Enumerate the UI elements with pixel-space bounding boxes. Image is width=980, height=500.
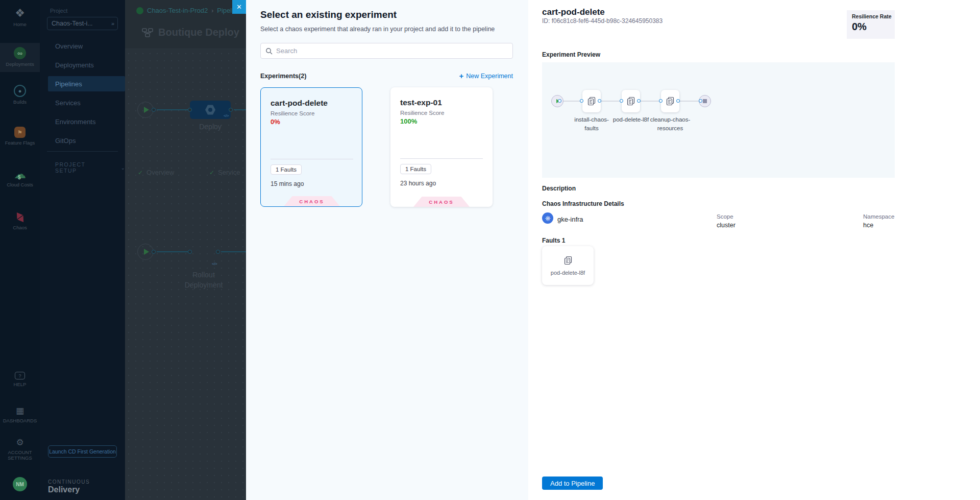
project-nav-panel: Project Chaos-Test-i... » Overview Deplo… bbox=[40, 0, 125, 500]
flow-connector-dot bbox=[558, 99, 561, 103]
namespace-value: hce bbox=[863, 222, 894, 229]
connector-line bbox=[234, 109, 247, 110]
flow-connector-dot bbox=[659, 99, 663, 103]
experiment-details-pane: cart-pod-delete ID: f06c81c8-fef6-445d-b… bbox=[528, 0, 980, 500]
stage-node-deploy[interactable]: </> bbox=[190, 101, 231, 119]
connector-line bbox=[157, 251, 188, 252]
flow-node-label: cleanup-chaos-resources bbox=[647, 115, 693, 133]
flow-connector-dot bbox=[676, 99, 680, 103]
nav-items: Overview Deployments Pipelines Services … bbox=[40, 37, 125, 150]
cloud-costs-icon: ☁$ bbox=[14, 169, 26, 180]
experiment-list-pane: Select an existing experiment Select a c… bbox=[246, 0, 528, 500]
new-experiment-link[interactable]: + New Experiment bbox=[459, 72, 513, 80]
time-ago: 15 mins ago bbox=[271, 180, 304, 187]
rail-label: Builds bbox=[13, 99, 27, 105]
resilience-score-value: 100% bbox=[400, 117, 417, 125]
dashboards-grid-icon: ▦ bbox=[16, 407, 24, 416]
sidebar-item-dashboards[interactable]: ▦ DASHBOARDS bbox=[0, 407, 40, 423]
stop-icon bbox=[703, 99, 707, 103]
tab-label: Overview bbox=[146, 169, 174, 176]
connector-dot bbox=[188, 250, 192, 254]
resilience-rate-label: Resilience Rate bbox=[852, 13, 890, 19]
resilience-rate-box: Resilience Rate 0% bbox=[847, 10, 895, 39]
tab-service[interactable]: ✓ Service bbox=[209, 169, 240, 176]
rail-label: DASHBOARDS bbox=[3, 418, 37, 423]
experiment-card-test-exp-01[interactable]: test-exp-01 Resilience Score 100% 1 Faul… bbox=[390, 87, 493, 207]
launch-cd-first-gen-button[interactable]: Launch CD First Generation bbox=[48, 445, 117, 458]
chevron-down-icon: ⌄ bbox=[121, 165, 125, 171]
nav-item-deployments[interactable]: Deployments bbox=[40, 56, 125, 75]
nav-item-environments[interactable]: Environments bbox=[40, 112, 125, 131]
play-icon bbox=[144, 107, 149, 113]
project-name: Chaos-Test-i... bbox=[52, 20, 93, 27]
pipeline-graph-icon bbox=[142, 28, 153, 37]
infra-details-label: Chaos Infrastructure Details bbox=[542, 200, 624, 207]
step-label-line2: Deployment bbox=[178, 281, 229, 289]
builds-icon: ● bbox=[14, 85, 26, 97]
scope-field: Scope cluster bbox=[717, 213, 736, 229]
experiments-header-row: Experiments(2) + New Experiment bbox=[260, 72, 513, 80]
experiment-id: ID: f06c81c8-fef6-445d-b98c-324645950383 bbox=[542, 17, 663, 25]
namespace-label: Namespace bbox=[863, 213, 894, 220]
breadcrumb-project[interactable]: Chaos-Test-in-Prod2 bbox=[147, 7, 208, 14]
scope-label: Scope bbox=[717, 213, 736, 220]
nav-item-gitops[interactable]: GitOps bbox=[40, 131, 125, 150]
cd-stage-icon bbox=[205, 105, 215, 115]
rail-label: HELP bbox=[14, 382, 27, 387]
add-to-pipeline-button[interactable]: Add to Pipeline bbox=[542, 477, 603, 490]
search-box bbox=[260, 43, 513, 59]
rail-label: ACCOUNT SETTINGS bbox=[5, 449, 35, 461]
code-badge: </> bbox=[224, 113, 229, 118]
chaos-brand-ribbon: CHAOS bbox=[413, 197, 470, 207]
time-ago: 23 hours ago bbox=[400, 180, 436, 187]
project-badge-icon bbox=[136, 7, 143, 14]
chaos-fault-icon bbox=[586, 96, 597, 106]
sidebar-item-deployments[interactable]: ∞ Deployments bbox=[0, 43, 40, 72]
fault-name: pod-delete-l8f bbox=[551, 270, 585, 276]
check-icon: ✓ bbox=[209, 169, 214, 176]
experiment-card-cart-pod-delete[interactable]: cart-pod-delete Resilience Score 0% 1 Fa… bbox=[260, 87, 362, 207]
sidebar-item-cloud-costs[interactable]: ☁$ Cloud Costs bbox=[0, 169, 40, 187]
chaos-fault-icon bbox=[665, 96, 675, 106]
tab-overview[interactable]: ✓ Overview bbox=[138, 169, 174, 176]
new-experiment-label: New Experiment bbox=[466, 73, 513, 80]
project-setup-toggle[interactable]: PROJECT SETUP ⌄ bbox=[55, 161, 125, 174]
sidebar-item-account-settings[interactable]: ⚙ ACCOUNT SETTINGS bbox=[0, 438, 40, 461]
user-avatar[interactable]: NM bbox=[13, 477, 27, 491]
project-label: Project bbox=[50, 8, 67, 14]
sidebar-item-chaos[interactable]: Chaos bbox=[0, 211, 40, 230]
description-label: Description bbox=[542, 185, 576, 192]
double-chevron-icon: » bbox=[111, 20, 113, 27]
connector-dot bbox=[229, 108, 233, 112]
experiment-name: cart-pod-delete bbox=[271, 99, 328, 108]
nav-item-services[interactable]: Services bbox=[40, 93, 125, 112]
flow-connector-dot bbox=[598, 99, 601, 103]
project-selector[interactable]: Chaos-Test-i... » bbox=[47, 17, 118, 30]
namespace-field: Namespace hce bbox=[863, 213, 894, 229]
check-icon: ✓ bbox=[138, 169, 143, 176]
chaos-brand-ribbon: CHAOS bbox=[284, 196, 340, 206]
flow-connector-dot bbox=[699, 99, 702, 103]
sidebar-item-help[interactable]: ? HELP bbox=[0, 372, 40, 387]
infra-name: gke-infra bbox=[557, 216, 583, 223]
pipeline-title-row: Boutique Deploy ✎ bbox=[142, 27, 256, 38]
connector-dot bbox=[216, 250, 220, 254]
project-setup-label: PROJECT SETUP bbox=[55, 161, 108, 174]
resilience-rate-value: 0% bbox=[852, 21, 890, 33]
search-input[interactable] bbox=[276, 47, 508, 55]
sidebar-item-feature-flags[interactable]: ⚑ Feature Flags bbox=[0, 127, 40, 146]
harness-logo-icon: ❖ bbox=[15, 7, 25, 19]
flow-connector-dot bbox=[580, 99, 583, 103]
close-icon[interactable]: ✕ bbox=[232, 0, 246, 14]
fault-card-pod-delete[interactable]: pod-delete-l8f bbox=[542, 246, 594, 285]
chaos-fault-icon bbox=[563, 255, 573, 266]
app-screen: ❖ Home ∞ Deployments ● Builds ⚑ Feature … bbox=[0, 0, 980, 500]
experiment-name: test-exp-01 bbox=[400, 98, 442, 107]
sidebar-item-home[interactable]: ❖ Home bbox=[0, 7, 40, 27]
nav-item-overview[interactable]: Overview bbox=[40, 37, 125, 56]
sidebar-item-builds[interactable]: ● Builds bbox=[0, 85, 40, 105]
chevron-right-icon: › bbox=[211, 7, 213, 14]
experiment-preview-label: Experiment Preview bbox=[542, 51, 600, 58]
scope-value: cluster bbox=[717, 222, 736, 229]
nav-item-pipelines[interactable]: Pipelines bbox=[48, 76, 125, 91]
